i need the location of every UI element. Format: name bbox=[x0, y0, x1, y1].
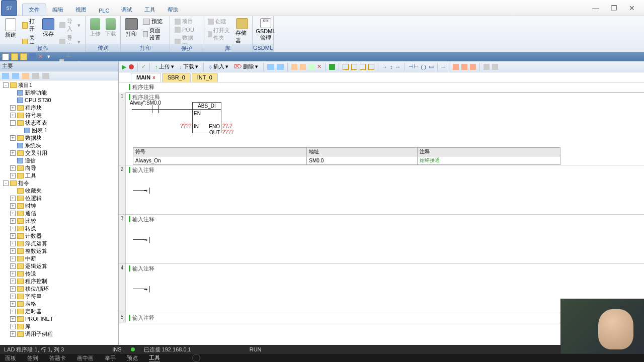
tb-line-icon[interactable]: ─ bbox=[441, 64, 445, 70]
close-button[interactable]: ✕ bbox=[625, 4, 639, 12]
tb-coil-icon[interactable]: ( ) bbox=[421, 64, 426, 70]
pagesetup-button[interactable]: 页面设置 bbox=[141, 26, 167, 42]
expander-icon[interactable]: + bbox=[10, 256, 16, 261]
expander-icon[interactable]: + bbox=[10, 279, 16, 284]
tb-icon[interactable]: → bbox=[382, 64, 387, 70]
tab-sbr0[interactable]: SBR_0 bbox=[162, 73, 191, 82]
menu-help[interactable]: 帮助 bbox=[162, 4, 185, 16]
qt-more-icon[interactable]: ▾ bbox=[47, 53, 54, 60]
expander-icon[interactable]: + bbox=[10, 309, 16, 314]
tb-raisehand[interactable]: 举手 bbox=[105, 354, 116, 362]
download-button[interactable]: 下载 bbox=[104, 17, 118, 39]
tb-icon[interactable] bbox=[484, 64, 490, 70]
expander-icon[interactable]: - bbox=[10, 120, 16, 126]
tree-tb-icon[interactable] bbox=[22, 73, 29, 79]
expander-icon[interactable]: + bbox=[10, 248, 16, 254]
tree-item[interactable]: 收藏夹 bbox=[1, 187, 118, 195]
expander-icon[interactable]: + bbox=[10, 263, 16, 269]
lib-create[interactable]: 创建 bbox=[206, 17, 232, 26]
tab-main[interactable]: MAIN× bbox=[131, 73, 161, 82]
tree-item[interactable]: +工具 bbox=[1, 172, 118, 179]
menu-tools[interactable]: 工具 bbox=[138, 4, 162, 16]
tree-item[interactable]: +字符串 bbox=[1, 293, 118, 300]
tb-preview[interactable]: 预览 bbox=[127, 354, 138, 362]
tree-item[interactable]: 新增功能 bbox=[1, 89, 118, 97]
network-2[interactable]: 2 输入注释→| bbox=[119, 165, 644, 215]
tree-item[interactable]: +程序控制 bbox=[1, 278, 118, 285]
expander-icon[interactable]: + bbox=[10, 135, 16, 141]
tree-item[interactable]: +位逻辑 bbox=[1, 195, 118, 202]
expander-icon[interactable]: + bbox=[10, 233, 16, 239]
tab-close-icon[interactable]: × bbox=[152, 75, 155, 80]
tb-icon[interactable] bbox=[453, 64, 459, 70]
tb-contact-icon[interactable]: ⊣⊢ bbox=[409, 63, 419, 70]
tree-item[interactable]: +库 bbox=[1, 323, 118, 330]
tree-item[interactable]: +程序块 bbox=[1, 104, 118, 112]
protect-pou[interactable]: POU bbox=[173, 26, 200, 33]
expander-icon[interactable]: + bbox=[10, 218, 16, 224]
menu-file[interactable]: 文件 bbox=[22, 4, 46, 16]
tree-item[interactable]: +转换 bbox=[1, 225, 118, 232]
tb-icon[interactable] bbox=[329, 64, 335, 70]
tree-tb-icon[interactable] bbox=[32, 73, 39, 79]
expander-icon[interactable]: - bbox=[3, 82, 9, 88]
tb-icon[interactable] bbox=[291, 64, 297, 70]
tree-tb-icon[interactable] bbox=[42, 73, 49, 79]
expander-icon[interactable]: + bbox=[10, 324, 16, 329]
save-button[interactable]: 保存 bbox=[41, 17, 56, 39]
tb-upload[interactable]: ↑上传 ▾ bbox=[153, 63, 176, 70]
tree-item[interactable]: +定时器 bbox=[1, 308, 118, 315]
tb-icon[interactable] bbox=[360, 64, 366, 70]
expander-icon[interactable]: + bbox=[10, 203, 16, 209]
tree-item[interactable]: +时钟 bbox=[1, 202, 118, 210]
tree-item[interactable]: -项目1 bbox=[1, 81, 118, 89]
power-icon[interactable] bbox=[192, 354, 200, 362]
tree-item[interactable]: +移位/循环 bbox=[1, 285, 118, 293]
tree-item[interactable]: +中断 bbox=[1, 255, 118, 262]
tree-item[interactable]: +交叉引用 bbox=[1, 149, 118, 157]
storage-button[interactable]: 存储器 bbox=[234, 17, 249, 45]
minimize-button[interactable]: ― bbox=[589, 4, 603, 12]
tb-icon[interactable] bbox=[267, 64, 274, 70]
tree-item[interactable]: +调用子例程 bbox=[1, 330, 118, 338]
unassigned-input[interactable]: ???? bbox=[180, 123, 191, 129]
qt-folder-icon[interactable] bbox=[20, 53, 27, 60]
menu-plc[interactable]: PLC bbox=[93, 6, 115, 16]
import-button[interactable]: 导入 ▾ bbox=[58, 17, 82, 33]
tree-tb-icon[interactable] bbox=[2, 73, 9, 79]
tree-item[interactable]: +逻辑运算 bbox=[1, 262, 118, 270]
expander-icon[interactable]: + bbox=[10, 226, 16, 231]
tree-item[interactable]: +比较 bbox=[1, 217, 118, 225]
tb-icon[interactable] bbox=[470, 64, 476, 70]
compile-icon[interactable]: ✓ bbox=[141, 63, 146, 70]
tb-tools[interactable]: 工具 bbox=[149, 354, 160, 363]
expander-icon[interactable]: + bbox=[10, 316, 16, 322]
expander-icon[interactable]: + bbox=[10, 113, 16, 118]
tree-item[interactable]: +符号表 bbox=[1, 112, 118, 119]
tb-icon[interactable] bbox=[308, 64, 314, 70]
menu-view[interactable]: 视图 bbox=[69, 4, 93, 16]
tb-pip[interactable]: 画中画 bbox=[77, 354, 94, 362]
tb-icon[interactable] bbox=[492, 64, 498, 70]
tree-item[interactable]: +向导 bbox=[1, 164, 118, 172]
tab-int0[interactable]: INT_0 bbox=[192, 73, 218, 82]
run-icon[interactable]: ▶ bbox=[122, 63, 126, 70]
project-tree[interactable]: -项目1新增功能CPU ST30+程序块+符号表-状态图表图表 1+数据块系统块… bbox=[0, 80, 118, 350]
network-title[interactable]: 程序段注释 bbox=[126, 93, 644, 102]
tb-icon[interactable]: ✕ bbox=[317, 63, 321, 70]
ladder-diagram[interactable]: Alway":SM0.0 ABS_DI EN IN ENO OUT ???? ?… bbox=[126, 102, 644, 147]
tree-item[interactable]: 图表 1 bbox=[1, 127, 118, 134]
network-1[interactable]: 1 程序段注释 Alway":SM0.0 ABS_DI EN IN ENO OU… bbox=[119, 93, 644, 165]
tree-item[interactable]: 通信 bbox=[1, 157, 118, 164]
tree-item[interactable]: -指令 bbox=[1, 179, 118, 187]
tree-item[interactable]: +浮点运算 bbox=[1, 240, 118, 247]
lib-openfolder[interactable]: 打开文件夹 bbox=[206, 26, 232, 42]
tree-item[interactable]: +通信 bbox=[1, 210, 118, 217]
tb-answer[interactable]: 答题卡 bbox=[49, 354, 66, 362]
protect-project[interactable]: 项目 bbox=[173, 17, 200, 26]
expander-icon[interactable]: + bbox=[10, 173, 16, 178]
no-contact[interactable] bbox=[150, 105, 161, 113]
tree-item[interactable]: +表格 bbox=[1, 300, 118, 308]
expander-icon[interactable]: + bbox=[10, 301, 16, 307]
unassigned-output[interactable]: ???? bbox=[222, 129, 233, 135]
